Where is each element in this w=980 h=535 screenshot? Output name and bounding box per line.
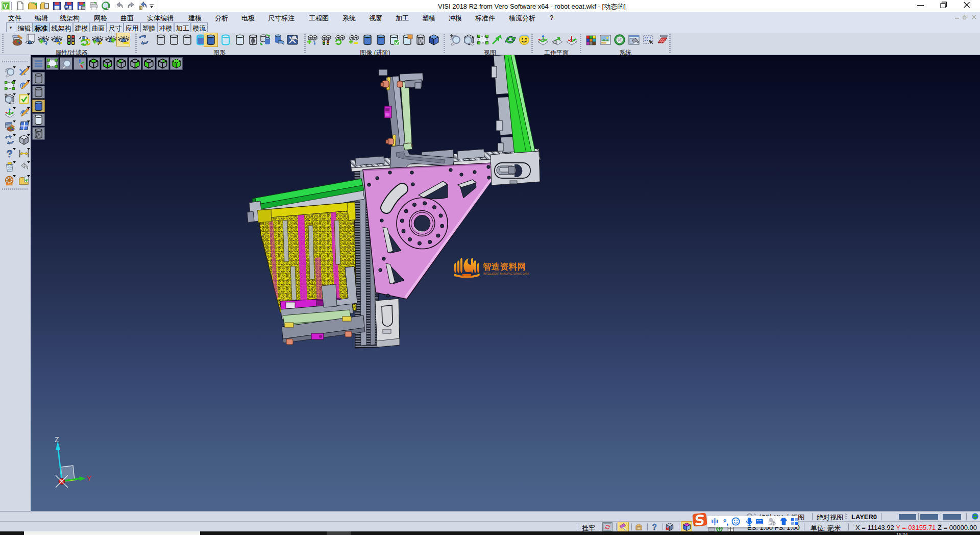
svg-text:7: 7 xyxy=(773,522,775,525)
svg-text:°,: °, xyxy=(723,518,728,526)
svg-text:中: 中 xyxy=(712,518,719,526)
svg-text:Y: Y xyxy=(87,474,92,482)
svg-text:?: ? xyxy=(652,523,657,531)
svg-text:Z: Z xyxy=(55,435,59,444)
svg-text:INTELLIGENT MANUFACTURING DATA: INTELLIGENT MANUFACTURING DATA xyxy=(483,273,529,275)
svg-text:V: V xyxy=(4,3,8,10)
svg-text:智造资料网: 智造资料网 xyxy=(482,262,526,271)
svg-text:?: ? xyxy=(7,148,13,159)
